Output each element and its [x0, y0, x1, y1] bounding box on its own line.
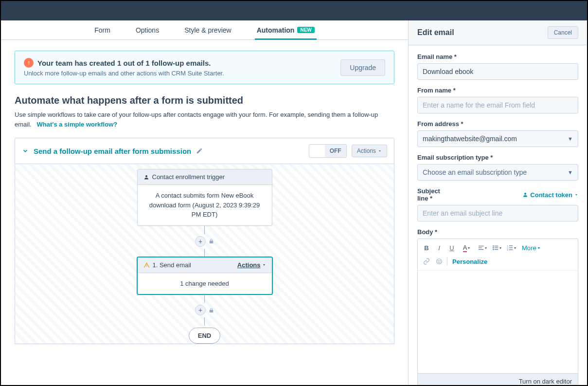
warning-icon	[143, 262, 150, 268]
tab-bar: Form Options Style & preview Automation …	[1, 20, 408, 40]
svg-marker-2	[263, 264, 265, 266]
workflow-actions-label: Actions	[357, 147, 376, 154]
from-name-label: From name *	[417, 87, 578, 94]
workflow-title[interactable]: Send a follow-up email after form submis…	[34, 147, 191, 155]
text-color-button[interactable]: A▾	[459, 242, 474, 254]
subject-line-input[interactable]	[417, 205, 578, 221]
contact-token-link[interactable]: Contact token	[522, 191, 578, 199]
send-email-card[interactable]: 1. Send email Actions 1 change needed	[137, 257, 272, 295]
svg-point-9	[493, 247, 494, 248]
upgrade-banner: ↑ Your team has created 1 out of 1 follo…	[15, 51, 394, 84]
svg-point-10	[493, 249, 494, 250]
svg-point-20	[437, 259, 442, 264]
from-name-input[interactable]	[417, 97, 578, 113]
workflow-toggle[interactable]: OFF	[309, 144, 347, 158]
edit-email-panel: Edit email Cancel Email name * From name…	[409, 20, 587, 385]
subscription-type-value: Choose an email subscription type	[423, 168, 527, 176]
connector-line	[204, 226, 205, 234]
workflow-canvas: Contact enrollment trigger A contact sub…	[15, 164, 394, 344]
tab-style-label: Style & preview	[184, 26, 231, 34]
chevron-down-icon[interactable]	[22, 147, 29, 154]
personalize-label: Personalize	[452, 258, 487, 265]
bold-button[interactable]: B	[421, 242, 432, 254]
contact-token-label: Contact token	[530, 191, 572, 199]
send-email-card-body: 1 change needed	[138, 273, 272, 294]
workflow-actions-button[interactable]: Actions	[352, 145, 387, 157]
upgrade-arrow-icon: ↑	[24, 58, 34, 68]
trigger-card[interactable]: Contact enrollment trigger A contact sub…	[137, 169, 272, 226]
pencil-icon[interactable]	[196, 147, 203, 154]
editor-toolbar: B I U A▾ ▾ ▾ 123▾	[418, 239, 578, 271]
svg-rect-13	[494, 249, 498, 250]
subscription-type-label: Email subscription type *	[417, 154, 578, 161]
svg-rect-12	[494, 247, 498, 248]
svg-rect-18	[509, 247, 513, 248]
add-step-button[interactable]: +	[195, 305, 206, 315]
subject-line-label: Subject line *	[417, 187, 446, 202]
subscription-type-select[interactable]: Choose an email subscription type ▼	[417, 164, 578, 181]
upgrade-button[interactable]: Upgrade	[340, 59, 385, 76]
from-address-select[interactable]: makingthatwebsite@gmail.com ▼	[417, 130, 578, 147]
step-actions-label: Actions	[237, 261, 261, 269]
svg-rect-19	[509, 250, 513, 250]
link-button[interactable]	[421, 256, 432, 267]
svg-marker-0	[379, 150, 381, 152]
svg-rect-17	[509, 245, 513, 246]
tab-form[interactable]: Form	[92, 20, 112, 39]
new-badge: NEW	[297, 27, 314, 33]
underline-button[interactable]: U	[446, 242, 458, 254]
editor-textarea[interactable]	[418, 271, 578, 373]
connector-line	[204, 249, 205, 257]
trigger-card-title: Contact enrollment trigger	[152, 173, 225, 181]
panel-title: Edit email	[417, 28, 454, 37]
add-step-button[interactable]: +	[195, 236, 206, 247]
lock-icon	[209, 239, 214, 244]
svg-point-22	[440, 260, 440, 261]
banner-title: Your team has created 1 out of 1 follow-…	[37, 59, 211, 67]
send-email-card-title: 1. Send email	[153, 261, 192, 269]
top-app-bar	[1, 1, 587, 20]
svg-point-21	[438, 260, 439, 261]
lock-icon	[209, 308, 214, 313]
more-button[interactable]: More▾	[519, 242, 543, 254]
more-label: More	[522, 244, 536, 252]
emoji-button[interactable]	[433, 256, 445, 267]
svg-marker-4	[575, 194, 577, 196]
step-actions-link[interactable]: Actions	[237, 261, 266, 269]
svg-point-8	[493, 245, 494, 246]
caret-down-icon: ▼	[568, 136, 573, 142]
section-subtitle: Use simple workflows to take care of you…	[15, 110, 394, 129]
section-title: Automate what happens after a form is su…	[15, 95, 394, 106]
end-node: END	[189, 328, 220, 344]
tab-style[interactable]: Style & preview	[182, 20, 233, 39]
tab-form-label: Form	[94, 26, 110, 34]
svg-rect-11	[494, 246, 498, 246]
bullet-list-button[interactable]: ▾	[490, 242, 503, 254]
email-name-input[interactable]	[417, 63, 578, 80]
cancel-button[interactable]: Cancel	[548, 26, 578, 39]
tab-automation[interactable]: Automation NEW	[255, 20, 317, 39]
personalize-button[interactable]: Personalize	[449, 256, 490, 267]
rich-text-editor: B I U A▾ ▾ ▾ 123▾	[417, 239, 578, 385]
toggle-off-label: OFF	[325, 145, 346, 157]
dark-editor-toggle[interactable]: Turn on dark editor	[418, 373, 578, 385]
connector-line	[204, 317, 205, 326]
caret-down-icon: ▼	[568, 169, 573, 175]
workflow-header: Send a follow-up email after form submis…	[15, 138, 394, 164]
align-button[interactable]: ▾	[475, 242, 489, 254]
italic-button[interactable]: I	[433, 242, 445, 254]
numbered-list-button[interactable]: 123▾	[504, 242, 518, 254]
left-pane: Form Options Style & preview Automation …	[1, 20, 409, 385]
trigger-card-body: A contact submits form New eBook downloa…	[138, 185, 272, 225]
svg-text:3: 3	[507, 249, 508, 251]
tab-automation-label: Automation	[257, 26, 295, 34]
contact-icon	[143, 174, 149, 180]
email-name-label: Email name *	[417, 53, 578, 60]
tab-options[interactable]: Options	[134, 20, 161, 39]
connector-line	[204, 294, 205, 303]
toolbar-separator	[447, 257, 447, 266]
from-address-label: From address *	[417, 120, 578, 128]
from-address-value: makingthatwebsite@gmail.com	[423, 135, 517, 143]
simple-workflow-link[interactable]: What's a simple workflow?	[37, 121, 118, 128]
tab-options-label: Options	[136, 26, 159, 34]
